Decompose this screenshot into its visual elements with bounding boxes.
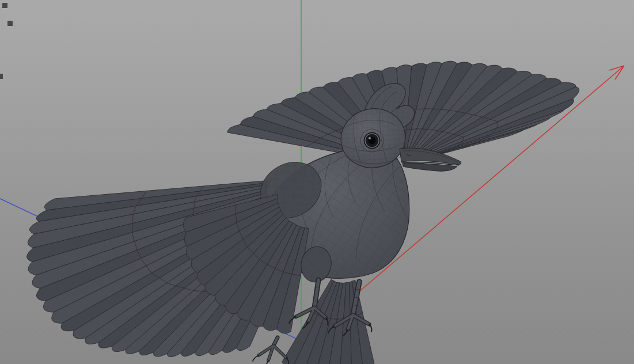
edge-mark bbox=[7, 21, 13, 26]
edge-mark bbox=[0, 74, 3, 79]
bird-model[interactable] bbox=[27, 61, 579, 364]
beak bbox=[400, 148, 461, 171]
viewport[interactable] bbox=[0, 0, 634, 364]
eye-highlight bbox=[369, 137, 371, 139]
viewport-canvas[interactable] bbox=[0, 0, 634, 364]
edge-mark bbox=[2, 3, 7, 8]
edge-marks bbox=[0, 3, 13, 79]
